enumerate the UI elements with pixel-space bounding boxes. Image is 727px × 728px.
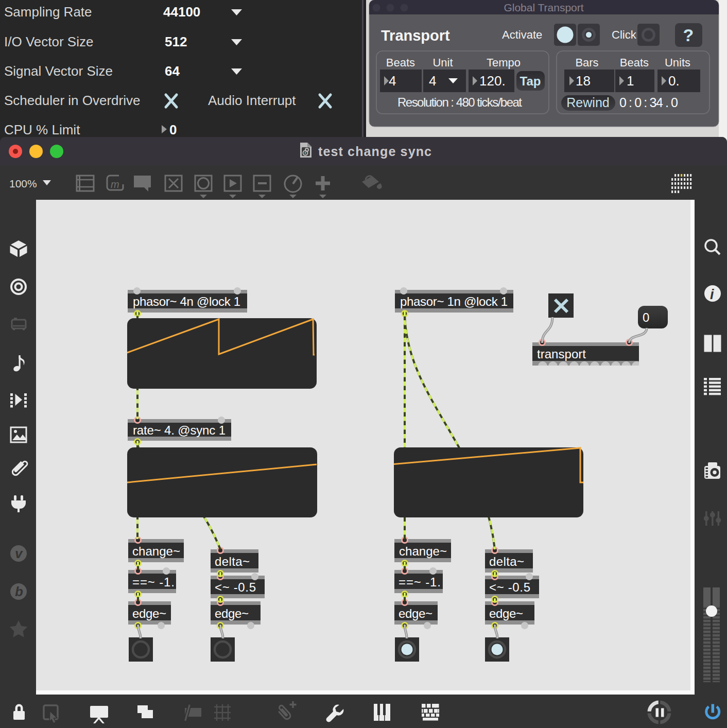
svg-text:i: i: [710, 287, 714, 302]
svg-text:Tempo: Tempo: [487, 56, 521, 69]
svg-text:4: 4: [429, 73, 436, 89]
svg-text:edge~: edge~: [215, 606, 249, 620]
svg-text:Tap: Tap: [520, 74, 541, 88]
svg-text:<~ -0.5: <~ -0.5: [489, 580, 530, 594]
svg-text:rate~ 4. @sync 1: rate~ 4. @sync 1: [133, 423, 226, 437]
svg-text:b: b: [15, 584, 23, 599]
svg-text:delta~: delta~: [215, 554, 250, 568]
svg-text:I/O Vector Size: I/O Vector Size: [4, 34, 93, 49]
svg-text:test change sync: test change sync: [318, 144, 431, 159]
svg-text:Click: Click: [612, 28, 637, 41]
svg-text:CPU % Limit: CPU % Limit: [4, 122, 80, 137]
svg-text:Bars: Bars: [575, 56, 598, 69]
svg-text:delta~: delta~: [489, 554, 524, 568]
svg-text:Scheduler in Overdrive: Scheduler in Overdrive: [4, 93, 140, 108]
svg-text:change~: change~: [132, 544, 180, 558]
svg-text:Resolution : 480 ticks/beat: Resolution : 480 ticks/beat: [397, 95, 522, 109]
svg-text:Rewind: Rewind: [566, 95, 609, 110]
svg-text:100%: 100%: [9, 178, 37, 189]
svg-text:64: 64: [165, 63, 180, 79]
svg-text:phasor~ 4n @lock 1: phasor~ 4n @lock 1: [133, 294, 240, 308]
svg-text:phasor~ 1n @lock 1: phasor~ 1n @lock 1: [400, 294, 508, 308]
svg-text:512: 512: [165, 34, 187, 49]
svg-text:0: 0: [643, 310, 649, 324]
svg-text:0.: 0.: [668, 73, 680, 89]
svg-text:0: 0: [169, 122, 177, 137]
svg-text:==~ -1.: ==~ -1.: [399, 575, 441, 589]
svg-text:==~ -1.: ==~ -1.: [132, 575, 175, 589]
svg-text:1: 1: [627, 73, 634, 89]
svg-text:<~ -0.5: <~ -0.5: [215, 580, 256, 594]
svg-text:v: v: [15, 546, 23, 561]
svg-text:edge~: edge~: [132, 606, 166, 620]
svg-text:Beats: Beats: [386, 56, 415, 69]
svg-text:m: m: [111, 179, 119, 190]
svg-text:edge~: edge~: [489, 606, 523, 620]
svg-text:Global Transport: Global Transport: [504, 2, 583, 13]
svg-text:120.: 120.: [479, 73, 506, 89]
svg-text:Unit: Unit: [432, 56, 453, 69]
svg-text:transport: transport: [537, 347, 586, 361]
svg-text:Units: Units: [665, 56, 690, 69]
svg-text:Activate: Activate: [502, 28, 542, 41]
svg-text:Beats: Beats: [620, 56, 649, 69]
svg-text:Signal Vector Size: Signal Vector Size: [4, 63, 113, 79]
svg-text:?: ?: [683, 25, 694, 45]
svg-text:4: 4: [389, 73, 396, 89]
svg-text:0 : 0 : 34 . 0: 0 : 0 : 34 . 0: [619, 95, 678, 110]
svg-text:edge~: edge~: [399, 606, 432, 620]
svg-text:Audio Interrupt: Audio Interrupt: [208, 93, 296, 108]
svg-text:change~: change~: [399, 544, 447, 558]
svg-text:18: 18: [576, 73, 591, 89]
svg-text:Transport: Transport: [381, 27, 450, 44]
svg-text:Sampling Rate: Sampling Rate: [4, 4, 92, 20]
svg-text:44100: 44100: [163, 4, 200, 20]
